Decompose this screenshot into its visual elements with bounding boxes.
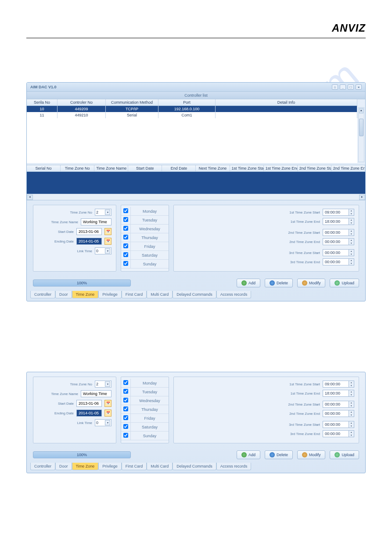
spin-down-icon[interactable]: ▾ <box>349 424 354 428</box>
minimize-icon[interactable]: _ <box>340 84 346 90</box>
day-checkbox[interactable] <box>123 226 128 231</box>
day-checkbox[interactable] <box>123 389 128 394</box>
scroll-thumb[interactable] <box>359 119 363 136</box>
time-spinner[interactable]: 09:00:00▴▾ <box>323 381 354 388</box>
spin-up-icon[interactable]: ▴ <box>349 218 354 221</box>
modify-button[interactable]: Modify <box>297 279 326 287</box>
spin-up-icon[interactable]: ▴ <box>349 239 354 242</box>
tab-delayed-commands[interactable]: Delayed Commands <box>173 463 216 470</box>
spin-up-icon[interactable]: ▴ <box>349 229 354 232</box>
day-checkbox[interactable] <box>123 208 128 213</box>
time-spinner[interactable]: 09:00:00▴▾ <box>323 209 354 216</box>
spin-up-icon[interactable]: ▴ <box>349 250 354 253</box>
start-date-input[interactable] <box>76 228 102 235</box>
time-spinner[interactable]: 00:00:00▴▾ <box>323 258 354 265</box>
timezone-grid-body[interactable] <box>27 172 365 194</box>
spin-down-icon[interactable]: ▾ <box>349 221 354 225</box>
spin-up-icon[interactable]: ▴ <box>349 390 354 393</box>
upload-button[interactable]: Upload <box>330 279 359 287</box>
end-date-input[interactable] <box>76 410 102 417</box>
tz-no-select[interactable]: 2▾ <box>95 209 111 216</box>
calendar-icon[interactable]: 📅 <box>104 410 111 417</box>
time-spinner[interactable]: 18:00:00▴▾ <box>323 390 354 397</box>
scroll-right-icon[interactable]: ▸ <box>359 195 365 200</box>
col-detail[interactable]: Detail Info <box>216 99 357 105</box>
day-checkbox[interactable] <box>123 261 128 266</box>
home-icon[interactable]: ⌂ <box>332 84 338 90</box>
col-comm-method[interactable]: Communication Method <box>106 99 158 105</box>
spin-down-icon[interactable]: ▾ <box>349 414 354 417</box>
time-spinner[interactable]: 00:00:00▴▾ <box>323 229 354 236</box>
spin-down-icon[interactable]: ▾ <box>349 232 354 236</box>
spin-up-icon[interactable]: ▴ <box>349 401 354 404</box>
day-checkbox[interactable] <box>123 243 128 248</box>
tz-col-1end[interactable]: 1st Time Zone End <box>264 165 298 171</box>
tab-access-records[interactable]: Access records <box>216 291 252 298</box>
tab-multi-card[interactable]: Multi Card <box>147 463 173 470</box>
calendar-icon[interactable]: 📅 <box>104 400 111 407</box>
spin-up-icon[interactable]: ▴ <box>349 431 354 434</box>
tab-multi-card[interactable]: Multi Card <box>147 291 173 298</box>
day-checkbox[interactable] <box>123 398 128 403</box>
chevron-down-icon[interactable]: ▾ <box>105 381 110 387</box>
col-controller-no[interactable]: Controler No <box>58 99 106 105</box>
day-checkbox[interactable] <box>123 433 128 438</box>
tz-col-name[interactable]: Time Zone Name <box>94 165 128 171</box>
tab-privilege[interactable]: Privilege <box>98 291 122 298</box>
spin-down-icon[interactable]: ▾ <box>349 212 354 215</box>
tz-name-input[interactable] <box>81 390 111 397</box>
day-checkbox[interactable] <box>123 235 128 239</box>
tab-door[interactable]: Door <box>55 463 72 470</box>
maximize-icon[interactable]: □ <box>348 84 354 90</box>
spin-up-icon[interactable]: ▴ <box>349 410 354 414</box>
tab-access-records[interactable]: Access records <box>216 463 252 470</box>
tab-first-card[interactable]: First Card <box>122 463 147 470</box>
time-spinner[interactable]: 18:00:00▴▾ <box>323 218 354 225</box>
tz-no-select[interactable]: 2▾ <box>95 381 111 388</box>
tz-col-next[interactable]: Next Time Zone <box>196 165 230 171</box>
tz-col-end[interactable]: End Date <box>162 165 196 171</box>
tz-col-1start[interactable]: 1st Time Zone Start <box>230 165 264 171</box>
chevron-down-icon[interactable]: ▾ <box>105 210 110 215</box>
time-spinner[interactable]: 00:00:00▴▾ <box>323 430 354 437</box>
chevron-down-icon[interactable]: ▾ <box>105 248 110 254</box>
tab-first-card[interactable]: First Card <box>122 291 147 298</box>
vertical-scrollbar[interactable]: ▴ <box>358 107 364 162</box>
tz-col-serial[interactable]: Serial No <box>27 165 61 171</box>
time-spinner[interactable]: 00:00:00▴▾ <box>323 249 354 256</box>
spin-up-icon[interactable]: ▴ <box>349 381 354 384</box>
horizontal-scrollbar[interactable]: ◂ ▸ <box>27 194 365 200</box>
spin-down-icon[interactable]: ▾ <box>349 253 354 256</box>
col-port[interactable]: Port <box>158 99 216 105</box>
table-row[interactable]: 10 449209 TCP/IP 192.168.0.100 <box>27 106 357 112</box>
spin-up-icon[interactable]: ▴ <box>349 259 354 262</box>
day-checkbox[interactable] <box>123 380 128 385</box>
day-checkbox[interactable] <box>123 217 128 222</box>
link-time-select[interactable]: 0▾ <box>95 419 111 426</box>
end-date-input[interactable] <box>76 238 102 245</box>
tz-name-input[interactable] <box>81 218 111 225</box>
spin-up-icon[interactable]: ▴ <box>349 421 354 424</box>
spin-down-icon[interactable]: ▾ <box>349 384 354 387</box>
calendar-icon[interactable]: 📅 <box>104 228 111 235</box>
tab-controller[interactable]: Controller <box>30 463 55 470</box>
spin-down-icon[interactable]: ▾ <box>349 393 354 396</box>
col-serial[interactable]: Serila No <box>27 99 58 105</box>
day-checkbox[interactable] <box>123 415 128 420</box>
tz-col-start[interactable]: Start Date <box>128 165 162 171</box>
spin-down-icon[interactable]: ▾ <box>349 404 354 407</box>
day-checkbox[interactable] <box>123 252 128 257</box>
modify-button[interactable]: Modify <box>297 450 326 459</box>
tab-time-zone[interactable]: Time Zone <box>72 291 99 298</box>
tab-delayed-commands[interactable]: Delayed Commands <box>173 291 216 298</box>
time-spinner[interactable]: 00:00:00▴▾ <box>323 410 354 417</box>
add-button[interactable]: Add <box>237 450 260 459</box>
time-spinner[interactable]: 00:00:00▴▾ <box>323 421 354 428</box>
tz-col-2start[interactable]: 2nd Time Zone Start <box>298 165 331 171</box>
scroll-up-icon[interactable]: ▴ <box>359 108 363 113</box>
spin-down-icon[interactable]: ▾ <box>349 434 354 437</box>
chevron-down-icon[interactable]: ▾ <box>105 420 110 425</box>
spin-down-icon[interactable]: ▾ <box>349 262 354 265</box>
time-spinner[interactable]: 00:00:00▴▾ <box>323 401 354 408</box>
close-icon[interactable]: × <box>356 84 362 90</box>
